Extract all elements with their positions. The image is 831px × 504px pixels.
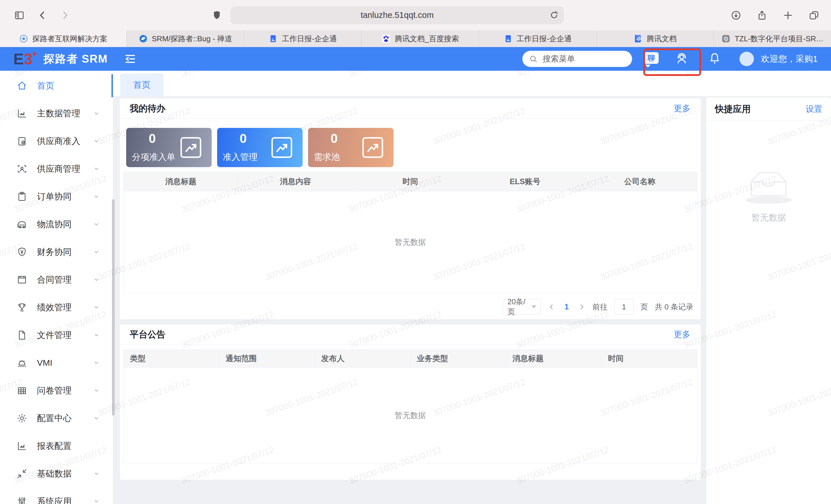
welcome-text: 欢迎您，采购1 [761,53,818,65]
caret-down-icon [531,305,537,308]
sidebar-item-performance[interactable]: 绩效管理 [0,294,113,321]
browser-tab-0[interactable]: 探路者互联网解决方案 [0,30,127,47]
sidebar-item-master-data[interactable]: 主数据管理 [0,99,113,127]
sidebar-item-finance[interactable]: 财务协同 [0,238,113,266]
sidebar-scrollbar[interactable] [112,199,115,416]
basic-data-icon [16,468,28,479]
sidebar-item-system[interactable]: 系统应用 [0,487,113,504]
sidebar-item-label: 合同管理 [37,274,71,286]
browser-tab-5[interactable]: 腾讯文档 [597,30,714,47]
sidebar-item-label: 供应商管理 [37,163,80,175]
file-icon [16,329,28,341]
todo-column-header: 消息内容 [238,172,353,191]
sidebar-item-vmi[interactable]: VMI [0,349,113,377]
browser-tab-6[interactable]: QTZL-数字化平台项目-SR… [714,30,831,47]
browser-tab-4[interactable]: 工作日报-企企通 [479,30,597,47]
sidebar-item-label: 问卷管理 [37,385,71,396]
browser-tab-1[interactable]: SRM/探路者::Bug - 禅道 [127,30,244,47]
browser-tab-3[interactable]: 腾讯文档_百度搜索 [362,30,479,47]
notification-bell-icon[interactable] [708,51,722,66]
share-icon[interactable] [756,10,768,21]
stat-count: 0 [240,131,247,146]
notice-table: 类型通知范围发布人业务类型消息标题时间 暂无数据 [123,349,697,463]
qgrey-favicon-icon: Q [721,34,730,43]
reload-icon[interactable] [549,10,559,20]
address-bar[interactable]: tanluzhe.51qqt.com [230,6,564,24]
todo-stat-cards: 0分项准入单0准入管理0需求池 [120,119,701,167]
stat-label: 分项准入单 [132,151,175,163]
sidebar-item-supplier-access[interactable]: 供应商准入 [0,127,113,155]
next-page-icon[interactable] [578,303,585,310]
new-tab-icon[interactable] [782,10,794,21]
todo-column-header: 时间 [353,172,468,191]
notice-section: 平台公告 更多 类型通知范围发布人业务类型消息标题时间 暂无数据 [120,324,701,480]
page-size-select[interactable]: 20条/页 [503,299,541,315]
supplier-mgmt-icon [16,163,28,175]
search-input[interactable] [543,54,623,63]
stat-card-1[interactable]: 0准入管理 [217,128,303,167]
collapse-menu-icon[interactable] [124,53,137,65]
sidebar-item-label: 配置中心 [37,413,71,424]
tab-home[interactable]: 首页 [120,73,164,96]
privacy-shield-icon[interactable] [211,10,222,21]
pagination: 20条/页 1 前往 页 共 0 条记录 [120,299,693,315]
sidebar-item-questionnaire[interactable]: 问卷管理 [0,377,113,405]
sidebar-item-logistics[interactable]: 物流协同 [0,210,113,238]
downloads-icon[interactable] [730,10,742,21]
finance-icon [16,246,28,258]
user-avatar[interactable] [740,52,754,66]
chevron-down-icon [93,304,100,311]
goto-page-input[interactable] [614,299,633,315]
chevron-down-icon [93,193,100,200]
sidebar-item-config[interactable]: 配置中心 [0,405,113,432]
sidebar-item-label: 财务协同 [37,246,71,258]
sidebar-item-file[interactable]: 文件管理 [0,321,113,349]
todo-title: 我的待办 [130,102,166,115]
sidebar-item-order[interactable]: 订单协同 [0,183,113,210]
browser-forward-icon[interactable] [59,10,70,21]
tab-overview-icon[interactable] [808,10,820,21]
notice-more-link[interactable]: 更多 [674,329,690,340]
chevron-down-icon [93,498,100,504]
stat-count: 0 [149,131,155,146]
browser-back-icon[interactable] [37,10,48,21]
search-icon [529,54,538,63]
tanluzhe-favicon-icon [19,34,28,43]
notice-column-header: 类型 [123,350,219,367]
system-icon [16,496,28,504]
prev-page-icon[interactable] [548,303,555,310]
order-icon [16,191,28,202]
bluedoc-favicon-icon [268,34,278,43]
notice-column-header: 发布人 [315,350,410,367]
line-chart-icon [362,137,383,158]
current-page[interactable]: 1 [562,302,571,312]
app-header: E3+ 探路者 SRM 聊 欢迎您，采购1 [0,47,831,71]
stat-card-0[interactable]: 0分项准入单 [126,128,212,167]
sidebar-item-contract[interactable]: 合同管理 [0,266,113,294]
quick-apps-settings-link[interactable]: 设置 [806,103,822,115]
sidebar-item-label: 主数据管理 [37,108,80,119]
chevron-down-icon [93,331,100,339]
notice-column-header: 时间 [602,350,697,367]
chevron-down-icon [93,110,100,117]
chat-icon[interactable]: 聊 [643,52,659,65]
notice-column-header: 业务类型 [410,350,506,367]
browser-sidebar-icon[interactable] [14,10,25,21]
stat-card-2[interactable]: 0需求池 [308,128,394,167]
todo-more-link[interactable]: 更多 [674,103,690,114]
sidebar-item-home[interactable]: 首页 [0,72,113,99]
sidebar-item-report[interactable]: 报表配置 [0,432,113,460]
empty-box-icon [737,164,800,204]
svg-text:Q: Q [724,36,728,41]
tencentdoc-favicon-icon [633,34,643,43]
notice-title: 平台公告 [130,328,166,340]
sidebar-item-supplier-mgmt[interactable]: 供应商管理 [0,155,113,183]
master-data-icon [16,108,28,119]
line-chart-icon [271,137,292,158]
total-records: 共 0 条记录 [655,302,693,312]
sidebar-menu: 首页主数据管理供应商准入供应商管理订单协同物流协同财务协同合同管理绩效管理文件管… [0,71,113,504]
menu-search[interactable] [522,51,632,67]
customer-service-icon[interactable] [675,51,689,66]
browser-tab-2[interactable]: 工作日报-企企通 [244,30,362,47]
sidebar-item-basic-data[interactable]: 基础数据 [0,460,113,487]
